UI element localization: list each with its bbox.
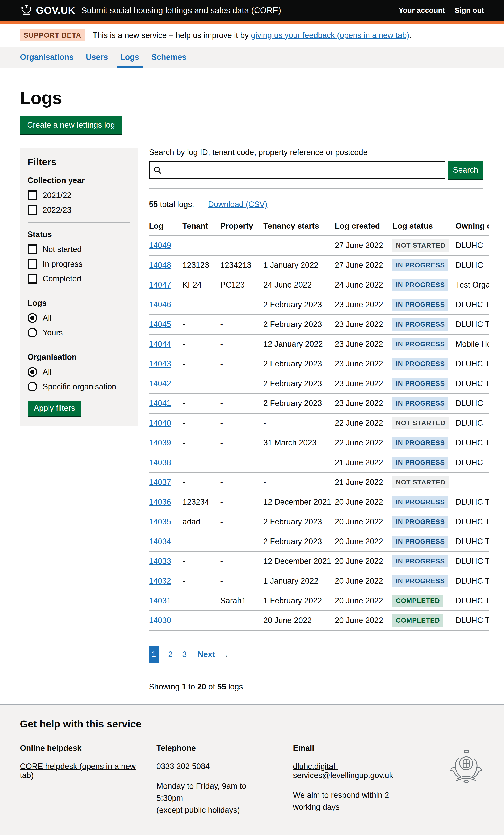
cell-property: -	[220, 374, 263, 393]
cell-log-id: 14040	[149, 413, 182, 433]
table-row: 14033--12 December 202120 June 2022In pr…	[149, 551, 489, 571]
log-id-link[interactable]: 14046	[149, 300, 171, 309]
checkbox-option-2022-23[interactable]: 2022/23	[27, 205, 130, 215]
phase-text-before: This is a new service – help us improve …	[93, 31, 251, 40]
cell-tenancy-starts: 2 February 2023	[263, 393, 335, 413]
radio-icon[interactable]	[27, 367, 37, 377]
log-id-link[interactable]: 14047	[149, 280, 171, 289]
checkbox-option-completed[interactable]: Completed	[27, 274, 130, 284]
table-row: 14044--12 January 202223 June 2022In pro…	[149, 334, 489, 354]
log-id-link[interactable]: 14032	[149, 576, 171, 585]
log-id-link[interactable]: 14043	[149, 359, 171, 368]
log-id-link[interactable]: 14048	[149, 261, 171, 269]
column-header-tenancy-starts: Tenancy starts	[263, 222, 335, 236]
cell-log-status: In progress	[392, 256, 456, 275]
radio-icon[interactable]	[27, 328, 37, 338]
checkbox-icon[interactable]	[27, 244, 37, 254]
search-button[interactable]: Search	[448, 161, 483, 179]
radio-option-yours[interactable]: Yours	[27, 328, 130, 338]
column-header-owning-organisation: Owning organisation	[456, 222, 489, 236]
cell-tenancy-starts: 24 June 2022	[263, 275, 335, 295]
cell-tenancy-starts: 1 February 2022	[263, 591, 335, 611]
checkbox-option-2021-22[interactable]: 2021/22	[27, 190, 130, 200]
download-csv-link[interactable]: Download (CSV)	[208, 200, 267, 209]
checkbox-icon[interactable]	[27, 205, 37, 215]
cell-tenancy-starts: 2 February 2023	[263, 512, 335, 532]
radio-option-all[interactable]: All	[27, 313, 130, 323]
table-row: 14038---21 June 2022In progressDLUHC	[149, 453, 489, 472]
radio-option-all[interactable]: All	[27, 367, 130, 377]
log-id-link[interactable]: 14040	[149, 419, 171, 427]
cell-log-id: 14038	[149, 453, 182, 472]
cell-tenancy-starts: 2 February 2023	[263, 295, 335, 314]
primary-navigation: Organisations Users Logs Schemes	[0, 47, 504, 68]
cell-tenant: -	[182, 354, 220, 374]
log-id-link[interactable]: 14036	[149, 497, 171, 506]
cell-log-created: 22 June 2022	[335, 433, 392, 453]
sign-out-link[interactable]: Sign out	[455, 6, 484, 15]
checkbox-option-in-progress[interactable]: In progress	[27, 259, 130, 269]
log-id-link[interactable]: 14042	[149, 379, 171, 388]
log-id-link[interactable]: 14038	[149, 458, 171, 467]
pagination-next-link[interactable]: Next	[198, 650, 215, 659]
log-id-link[interactable]: 14045	[149, 320, 171, 329]
service-name[interactable]: Submit social housing lettings and sales…	[81, 6, 281, 15]
nav-item-users[interactable]: Users	[86, 47, 108, 68]
checkbox-icon[interactable]	[27, 259, 37, 269]
log-id-link[interactable]: 14049	[149, 241, 171, 250]
pagination-page-1-current[interactable]: 1	[149, 646, 159, 663]
govuk-logo[interactable]: GOV.UK	[20, 5, 75, 16]
email-link[interactable]: dluhc.digital-services@levellingup.gov.u…	[293, 762, 393, 780]
log-id-link[interactable]: 14033	[149, 557, 171, 566]
cell-log-status: In progress	[392, 512, 456, 532]
log-id-link[interactable]: 14030	[149, 616, 171, 625]
nav-item-schemes[interactable]: Schemes	[152, 47, 186, 68]
option-label: All	[43, 368, 52, 376]
cell-tenant: 123123	[182, 256, 220, 275]
checkbox-icon[interactable]	[27, 190, 37, 200]
cell-owning-organisation: Mobile Housing	[456, 334, 489, 354]
log-id-link[interactable]: 14031	[149, 596, 171, 605]
feedback-link[interactable]: giving us your feedback (opens in a new …	[251, 31, 409, 40]
radio-option-specific-organisation[interactable]: Specific organisation	[27, 382, 130, 391]
cell-property: -	[220, 236, 263, 256]
nav-item-organisations[interactable]: Organisations	[20, 47, 74, 68]
cell-property: 1234213	[220, 256, 263, 275]
pagination-page-2[interactable]: 2	[168, 650, 173, 659]
cell-log-created: 27 June 2022	[335, 236, 392, 256]
table-row: 14031-Sarah11 February 202220 June 2022C…	[149, 591, 489, 611]
footer-telephone-column: Telephone 0333 202 5084 Monday to Friday…	[157, 744, 274, 820]
pagination-next-arrow-icon[interactable]: →	[220, 649, 229, 660]
cell-owning-organisation: DLUHC Test	[456, 571, 489, 591]
email-note: We aim to respond within 2 working days	[293, 789, 410, 813]
cell-tenant: -	[182, 393, 220, 413]
create-lettings-log-button[interactable]: Create a new lettings log	[20, 116, 122, 134]
your-account-link[interactable]: Your account	[399, 6, 445, 15]
cell-log-created: 23 June 2022	[335, 334, 392, 354]
radio-icon[interactable]	[27, 313, 37, 323]
apply-filters-button[interactable]: Apply filters	[27, 401, 81, 416]
cell-owning-organisation: DLUHC Test	[456, 314, 489, 334]
log-id-link[interactable]: 14039	[149, 438, 171, 447]
log-id-link[interactable]: 14035	[149, 517, 171, 526]
status-badge: In progress	[392, 338, 448, 350]
log-id-link[interactable]: 14041	[149, 399, 171, 408]
cell-log-id: 14044	[149, 334, 182, 354]
pagination-page-3[interactable]: 3	[182, 650, 187, 659]
log-id-link[interactable]: 14044	[149, 340, 171, 348]
radio-icon[interactable]	[27, 382, 37, 391]
log-id-link[interactable]: 14037	[149, 478, 171, 487]
crown-icon	[20, 5, 33, 16]
telephone-heading: Telephone	[157, 744, 274, 753]
cell-tenancy-starts: 2 February 2023	[263, 354, 335, 374]
cell-tenancy-starts: 12 January 2022	[263, 334, 335, 354]
cell-property: -	[220, 354, 263, 374]
search-input[interactable]	[149, 161, 445, 179]
nav-item-logs[interactable]: Logs	[120, 47, 139, 68]
cell-log-created: 23 June 2022	[335, 374, 392, 393]
checkbox-icon[interactable]	[27, 274, 37, 284]
helpdesk-link[interactable]: CORE helpdesk (opens in a new tab)	[20, 762, 136, 780]
checkbox-option-not-started[interactable]: Not started	[27, 244, 130, 254]
cell-log-created: 22 June 2022	[335, 413, 392, 433]
log-id-link[interactable]: 14034	[149, 537, 171, 546]
